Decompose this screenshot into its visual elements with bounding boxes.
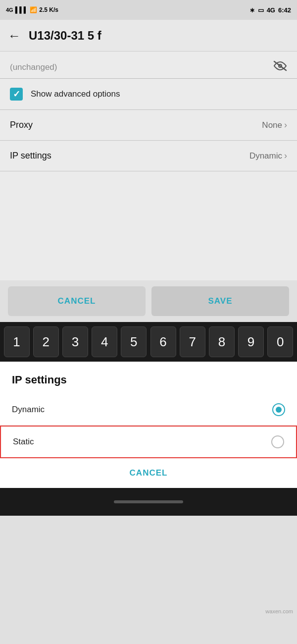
- network-4g: 4G: [267, 6, 275, 14]
- ip-settings-chevron-icon: ›: [284, 151, 287, 161]
- top-bar: ← U13/30-31 5 f: [0, 20, 297, 52]
- watermark: waxen.com: [265, 608, 293, 614]
- numpad-key-8[interactable]: 8: [209, 326, 235, 357]
- back-button[interactable]: ←: [8, 29, 21, 42]
- status-bar: 4G ▌▌▌ 📶 2.5 K/s ∗ ▭ 4G 6:42: [0, 0, 297, 20]
- ip-settings-panel: IP settings Dynamic Static CANCEL: [0, 362, 297, 488]
- cancel-button[interactable]: CANCEL: [8, 286, 146, 316]
- bottom-buttons: CANCEL SAVE: [0, 280, 297, 322]
- numpad-key-3[interactable]: 3: [62, 326, 88, 357]
- password-row: (unchanged): [0, 52, 297, 79]
- ip-panel-title: IP settings: [0, 362, 297, 394]
- toggle-visibility-icon[interactable]: [273, 60, 287, 74]
- numpad-key-6[interactable]: 6: [150, 326, 176, 357]
- proxy-label: Proxy: [10, 120, 33, 130]
- numpad-key-0[interactable]: 0: [267, 326, 293, 357]
- password-input-placeholder[interactable]: (unchanged): [10, 62, 57, 72]
- empty-content-area: [0, 171, 297, 280]
- home-indicator[interactable]: [114, 500, 183, 503]
- ip-settings-current-value: Dynamic: [249, 151, 282, 161]
- advanced-options-row[interactable]: ✓ Show advanced options: [0, 79, 297, 109]
- ip-option-static-radio[interactable]: [271, 435, 284, 448]
- bluetooth-icon: ∗: [249, 6, 255, 14]
- speed-indicator: 2.5 K/s: [39, 6, 58, 13]
- ip-setting-row[interactable]: IP settings Dynamic ›: [0, 141, 297, 171]
- numpad: 1 2 3 4 5 6 7 8 9 0: [0, 322, 297, 362]
- network-indicator: 4G: [6, 7, 13, 13]
- status-left: 4G ▌▌▌ 📶 2.5 K/s: [6, 6, 58, 13]
- nav-bar: [0, 488, 297, 516]
- time-display: 6:42: [278, 6, 291, 14]
- ip-settings-value[interactable]: Dynamic ›: [249, 151, 287, 161]
- numpad-key-7[interactable]: 7: [180, 326, 205, 357]
- ip-settings-label: IP settings: [10, 151, 51, 161]
- radio-inner-fill: [276, 407, 282, 413]
- ip-option-static-label: Static: [13, 437, 34, 447]
- numpad-key-1[interactable]: 1: [4, 326, 30, 357]
- proxy-value[interactable]: None ›: [262, 120, 287, 130]
- numpad-key-4[interactable]: 4: [92, 326, 117, 357]
- numpad-key-5[interactable]: 5: [121, 326, 147, 357]
- panel-cancel-row: CANCEL: [0, 458, 297, 488]
- checkmark-icon: ✓: [13, 89, 20, 100]
- save-button[interactable]: SAVE: [151, 286, 289, 316]
- wifi-icon: 📶: [30, 6, 37, 13]
- main-content: (unchanged) ✓ Show advanced options Prox…: [0, 52, 297, 280]
- advanced-options-label: Show advanced options: [31, 89, 120, 99]
- ip-option-dynamic-row[interactable]: Dynamic: [0, 394, 297, 426]
- numpad-key-2[interactable]: 2: [33, 326, 59, 357]
- signal-bars: ▌▌▌: [15, 6, 28, 13]
- panel-cancel-button[interactable]: CANCEL: [130, 468, 168, 478]
- proxy-chevron-icon: ›: [284, 120, 287, 130]
- proxy-setting-row[interactable]: Proxy None ›: [0, 110, 297, 141]
- ip-option-static-row[interactable]: Static: [0, 426, 297, 458]
- proxy-current-value: None: [262, 120, 282, 130]
- page-title: U13/30-31 5 f: [29, 29, 101, 43]
- ip-option-dynamic-radio[interactable]: [272, 403, 285, 416]
- numpad-key-9[interactable]: 9: [238, 326, 264, 357]
- ip-option-dynamic-label: Dynamic: [12, 405, 45, 415]
- advanced-options-checkbox[interactable]: ✓: [10, 88, 23, 101]
- status-right: ∗ ▭ 4G 6:42: [249, 6, 291, 14]
- battery-icon: ▭: [258, 6, 264, 14]
